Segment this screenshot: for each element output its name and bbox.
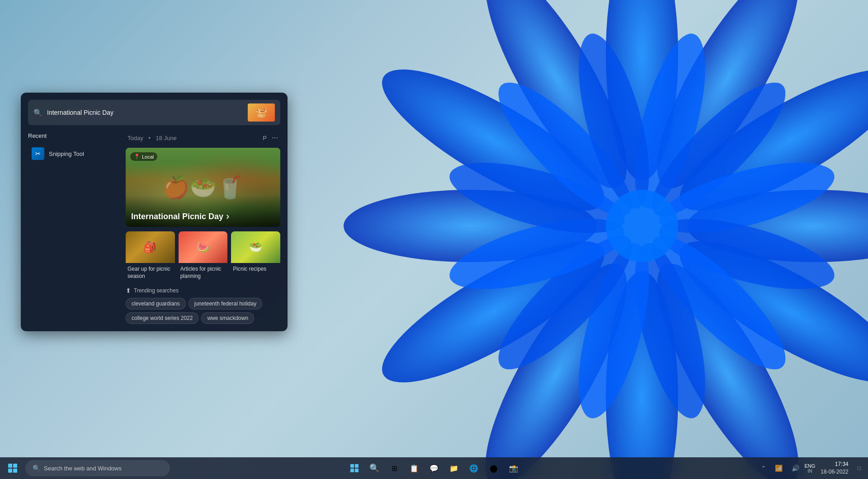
location-icon: 📍 <box>134 154 140 160</box>
taskbar-search-bar[interactable]: 🔍 Search the web and Windows <box>25 460 170 476</box>
trending-title: ⬆ Trending searches <box>126 287 280 294</box>
today-date: Today • 18 June <box>126 135 179 141</box>
sub-card-articles-image: 🍉 <box>179 231 228 263</box>
today-more-btn[interactable]: ⋯ <box>269 132 280 143</box>
taskbar-chat-btn[interactable]: 💬 <box>425 459 443 477</box>
taskbar-extra-btn[interactable]: 📸 <box>505 459 523 477</box>
trending-icon: ⬆ <box>126 287 131 294</box>
sub-card-recipes-image: 🥗 <box>231 231 280 263</box>
panel-body: Recent ✂ Snipping Tool Today • 18 June P… <box>28 132 280 324</box>
trending-tag-1[interactable]: juneteenth federal holiday <box>189 298 262 310</box>
win-logo-q4 <box>13 469 17 473</box>
sub-card-gear[interactable]: 🎒 Gear up for picnic season <box>126 231 175 281</box>
taskbar-windows-icon[interactable] <box>345 459 363 477</box>
taskbar-edge-btn[interactable]: 🌐 <box>465 459 483 477</box>
notification-icon: □ <box>858 465 861 471</box>
svg-rect-25 <box>350 464 354 468</box>
sub-card-recipes-label: Picnic recipes <box>231 263 280 274</box>
search-panel: 🔍 🧺 Recent ✂ Snipping Tool Today • 18 Ju… <box>21 93 288 331</box>
taskbar-taskview-btn[interactable]: ⊞ <box>385 459 403 477</box>
win-logo-q3 <box>8 469 12 473</box>
windows-logo <box>8 464 17 473</box>
taskbar-notification-btn[interactable]: □ <box>854 463 864 473</box>
search-input[interactable] <box>47 109 243 116</box>
sub-cards-row: 🎒 Gear up for picnic season 🍉 Articles f… <box>126 231 280 281</box>
taskbar-chrome-btn[interactable]: ⬤ <box>485 459 503 477</box>
recent-section: Recent ✂ Snipping Tool <box>28 132 118 324</box>
today-personalize-btn[interactable]: P <box>263 135 267 141</box>
sub-card-gear-label: Gear up for picnic season <box>126 263 175 281</box>
clock-time: 17:34 <box>821 460 848 468</box>
svg-point-24 <box>606 190 678 262</box>
win-logo-q1 <box>8 464 12 468</box>
trending-tag-0[interactable]: cleveland guardians <box>126 298 186 310</box>
bloom-illustration <box>326 0 868 479</box>
clock-date: 18-06-2022 <box>821 468 848 476</box>
trending-tag-3[interactable]: wwe smackdown <box>201 312 254 324</box>
card-title: International Picnic Day › <box>131 211 229 222</box>
recent-title: Recent <box>28 132 118 139</box>
windows-taskbar-icon-svg <box>350 464 359 472</box>
lang-region: IN <box>805 469 816 474</box>
gear-emoji: 🎒 <box>143 241 157 254</box>
today-header: Today • 18 June P ⋯ <box>126 132 280 143</box>
recent-item[interactable]: ✂ Snipping Tool <box>28 145 118 163</box>
trending-section: ⬆ Trending searches cleveland guardians … <box>126 287 280 324</box>
taskbar-language-indicator[interactable]: ENG IN <box>805 463 816 474</box>
taskbar-left: 🔍 Search the web and Windows <box>0 459 170 477</box>
sub-card-gear-image: 🎒 <box>126 231 175 263</box>
sub-card-articles-label: Articles for picnic planning <box>179 263 228 281</box>
network-icon: 📶 <box>775 465 783 472</box>
taskbar-system-tray[interactable]: ⌃ <box>758 463 769 473</box>
taskbar-widgets-btn[interactable]: 📋 <box>405 459 423 477</box>
chevron-up-icon: ⌃ <box>761 465 766 471</box>
start-button[interactable] <box>4 459 22 477</box>
taskbar: 🔍 Search the web and Windows 🔍 ⊞ 📋 💬 📁 🌐… <box>0 457 868 479</box>
volume-icon: 🔊 <box>792 465 799 472</box>
search-banner-image: 🧺 <box>248 103 275 122</box>
main-news-card[interactable]: 🍎🥗🥤 📍 Local International Picnic Day › <box>126 148 280 227</box>
taskbar-search-text: Search the web and Windows <box>44 465 122 472</box>
snipping-tool-icon: ✂ <box>32 147 44 160</box>
lang-code: ENG <box>805 463 816 469</box>
sub-card-articles[interactable]: 🍉 Articles for picnic planning <box>179 231 228 281</box>
taskbar-volume-icon[interactable]: 🔊 <box>788 463 803 474</box>
search-input-row[interactable]: 🔍 🧺 <box>28 100 280 125</box>
card-location-badge: 📍 Local <box>130 152 157 161</box>
svg-rect-26 <box>355 464 359 468</box>
today-section: Today • 18 June P ⋯ 🍎🥗🥤 📍 <box>126 132 280 324</box>
taskbar-center-icons: 🔍 ⊞ 📋 💬 📁 🌐 ⬤ 📸 <box>345 459 523 477</box>
taskbar-network-icon[interactable]: 📶 <box>771 463 786 474</box>
svg-rect-27 <box>350 469 354 472</box>
recipes-emoji: 🥗 <box>249 241 263 254</box>
sub-card-recipes[interactable]: 🥗 Picnic recipes <box>231 231 280 281</box>
win-logo-q2 <box>13 464 17 468</box>
svg-rect-28 <box>355 469 359 472</box>
taskbar-search-btn[interactable]: 🔍 <box>365 459 383 477</box>
taskbar-explorer-btn[interactable]: 📁 <box>445 459 463 477</box>
trending-tag-2[interactable]: college world series 2022 <box>126 312 198 324</box>
articles-emoji: 🍉 <box>196 241 210 254</box>
card-badge-text: Local <box>142 154 154 160</box>
taskbar-clock[interactable]: 17:34 18-06-2022 <box>817 460 852 477</box>
card-chevron: › <box>226 211 229 222</box>
trending-tags-container: cleveland guardians juneteenth federal h… <box>126 298 280 324</box>
snipping-tool-label: Snipping Tool <box>49 150 84 157</box>
search-icon: 🔍 <box>33 108 42 117</box>
taskbar-search-icon: 🔍 <box>33 465 40 472</box>
taskbar-right: ⌃ 📶 🔊 ENG IN 17:34 18-06-2022 □ <box>758 460 868 477</box>
today-controls: P ⋯ <box>263 132 280 143</box>
